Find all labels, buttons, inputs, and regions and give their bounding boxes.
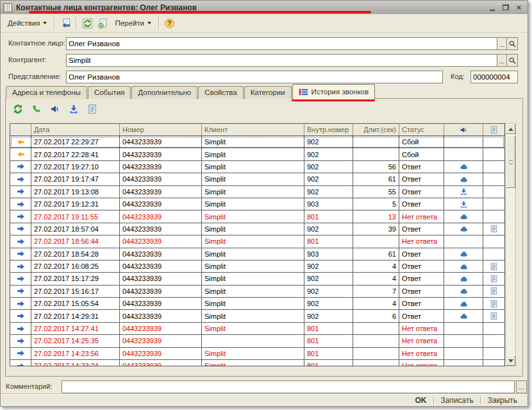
call-internal-cell: 801 [304,323,353,334]
header-status[interactable]: Статус [399,124,444,135]
scroll-up-button[interactable] [506,124,515,134]
actions-menu-button[interactable]: Действия [3,15,51,31]
call-client-cell: Simplit [202,248,304,260]
header-date[interactable]: Дата [31,124,120,135]
table-row[interactable]: 27.02.2017 14:23:24 0443233939 Simplit 8… [10,360,504,366]
call-recording-cell [444,186,483,198]
contact-person-lookup-button[interactable] [507,37,518,50]
reread-button[interactable] [79,16,95,30]
header-note[interactable] [483,124,504,135]
create-based-on-button[interactable] [95,16,110,30]
presentation-input[interactable] [67,71,442,83]
note-icon [490,262,498,271]
table-row[interactable]: 27.02.2017 15:05:54 0443233939 Simplit 9… [10,298,504,310]
call-date-cell: 27.02.2017 19:17:47 [31,173,120,185]
close-button[interactable]: × [514,3,524,12]
magnifier-icon [508,56,517,65]
call-direction-cell [10,261,31,272]
comment-ellipsis-button[interactable]: ... [516,380,527,393]
save-record-button[interactable] [58,16,73,30]
table-row[interactable]: 27.02.2017 18:54:28 0443233939 Simplit 9… [10,248,504,261]
header-recording[interactable] [444,124,483,135]
call-note-cell [483,335,504,346]
table-row[interactable]: 27.02.2017 19:13:08 0443233939 Simplit 9… [10,186,504,198]
call-internal-cell: 902 [304,186,353,198]
counterparty-ellipsis-button[interactable]: ... [497,55,506,66]
outgoing-call-icon [17,262,25,271]
table-row[interactable]: 27.02.2017 14:25:35 0443233939 801 Нет о… [10,335,504,347]
contact-person-input[interactable] [67,38,497,49]
call-status-cell: Нет ответа [399,348,444,359]
refresh-icon [82,18,93,29]
call-recording-cell [444,310,483,321]
counterparty-input[interactable] [67,55,497,66]
call-note-cell [483,173,504,185]
tab-additional[interactable]: Дополнительно [131,86,197,99]
header-internal-number[interactable]: Внутр.номер [304,124,353,135]
tab-properties[interactable]: Свойства [198,86,244,99]
write-button[interactable]: Записать [435,395,480,406]
tab-events[interactable]: События [88,86,131,99]
play-recording-button[interactable] [49,103,61,115]
table-row[interactable]: 27.02.2017 19:27:10 0443233939 Simplit 9… [10,161,504,173]
table-row[interactable]: 27.02.2017 18:57:04 0443233939 Simplit 9… [10,223,504,235]
help-button[interactable] [162,16,178,30]
header-client[interactable]: Клиент [202,124,304,135]
call-client-cell: Simplit [202,323,304,334]
table-row[interactable]: 27.02.2017 15:16:17 0443233939 Simplit 9… [10,286,504,298]
table-row[interactable]: 27.02.2017 15:17:29 0443233939 Simplit 9… [10,273,504,285]
refresh-calls-button[interactable] [12,103,24,115]
table-row[interactable]: 27.02.2017 14:29:31 0443233939 Simplit 9… [10,310,504,322]
comment-input[interactable] [62,381,514,393]
table-row[interactable]: 27.02.2017 19:11:55 0443233939 Simplit 8… [10,210,504,223]
table-row[interactable]: 27.02.2017 22:29:27 0443233939 Simplit 9… [10,136,504,148]
table-row[interactable]: 27.02.2017 16:08:25 0443233939 Simplit 9… [10,261,504,273]
call-direction-cell [10,298,31,309]
call-number-cell: 0443233939 [120,161,202,173]
cloud-recording-icon [460,300,468,308]
table-row[interactable]: 27.02.2017 19:12:31 0443233939 Simplit 9… [10,198,504,210]
call-internal-cell: 902 [304,261,353,272]
header-duration[interactable]: Длит.(сек) [353,124,399,135]
minimize-button[interactable] [487,3,497,12]
open-note-button[interactable] [87,103,98,115]
scrollbar-thumb[interactable] [506,135,515,188]
restore-button[interactable] [501,3,510,12]
outgoing-call-icon [17,312,25,320]
table-row[interactable]: 27.02.2017 14:23:56 0443233939 Simplit 8… [10,348,504,360]
call-client-cell: Simplit [202,273,304,284]
call-note-cell [483,286,504,297]
ok-button[interactable]: OK [409,395,433,406]
note-icon [490,225,498,233]
goto-menu-button[interactable]: Перейти [110,15,156,31]
call-number-cell: 0443233939 [120,223,202,235]
call-number-cell: 0443233939 [120,360,202,366]
header-number[interactable]: Номер [120,124,202,135]
table-row[interactable]: 27.02.2017 22:28:41 0443233939 Simplit 9… [10,148,504,160]
call-client-cell: Simplit [202,210,304,222]
code-input[interactable] [470,71,518,83]
call-recording-cell [444,335,483,346]
tab-categories[interactable]: Категории [244,86,292,99]
counterparty-lookup-button[interactable] [507,54,518,67]
outgoing-call-icon [17,237,25,246]
scroll-down-button[interactable] [506,355,515,366]
call-button[interactable] [31,103,42,115]
tab-addresses[interactable]: Адреса и телефоны [6,86,87,99]
header-direction[interactable] [10,124,31,135]
contact-person-ellipsis-button[interactable]: ... [497,38,506,49]
call-direction-cell [10,136,31,148]
table-row[interactable]: 27.02.2017 18:56:44 0443233939 Simplit 8… [10,235,504,248]
call-duration-cell [353,148,399,160]
tab-call-history[interactable]: История звонков [292,84,375,99]
vertical-scrollbar[interactable] [505,123,516,366]
download-recording-button[interactable] [68,103,79,115]
call-status-cell: Сбой [399,136,444,148]
table-row[interactable]: 27.02.2017 14:27:41 0443233939 Simplit 8… [10,323,504,335]
table-row[interactable]: 27.02.2017 19:17:47 0443233939 Simplit 9… [10,173,504,185]
close-form-button[interactable]: Закрыть [481,395,524,406]
call-recording-cell [444,223,483,235]
note-icon [490,312,498,320]
call-direction-cell [10,148,31,160]
document-add-icon [97,18,108,29]
